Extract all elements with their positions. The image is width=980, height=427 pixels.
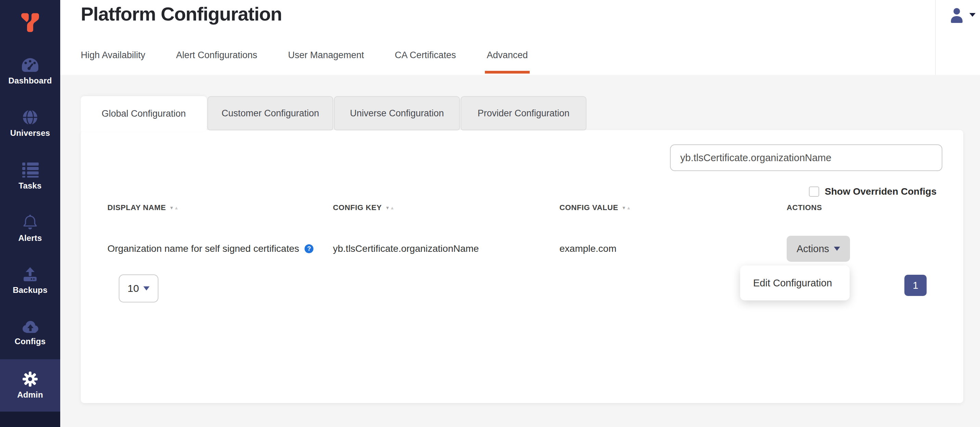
sidebar-bottom-strip [0,412,60,427]
sort-desc-icon: ▼ [169,205,174,210]
sort-icons[interactable]: ▼▲ [169,205,179,210]
sidebar-item-label: Dashboard [8,76,52,86]
sidebar-item-universes[interactable]: Universes [0,97,60,150]
cell-actions: Actions [787,236,937,262]
tab-high-availability[interactable]: High Availability [81,35,145,75]
sort-desc-icon: ▼ [622,205,627,210]
sort-asc-icon: ▲ [627,205,631,210]
show-overridden-label: Show Overriden Configs [825,186,937,197]
sort-asc-icon: ▲ [174,205,179,210]
sidebar-item-label: Alerts [18,233,42,243]
tab-advanced[interactable]: Advanced [487,35,528,75]
backup-upload-icon [22,267,39,282]
cell-display-name: Organization name for self signed certif… [107,243,333,254]
column-header-config-key[interactable]: CONFIG KEY▼▲ [333,203,560,212]
sort-desc-icon: ▼ [385,205,390,210]
sidebar-item-label: Tasks [19,181,41,190]
config-table-header: DISPLAY NAME▼▲ CONFIG KEY▼▲ CONFIG VALUE… [107,203,937,212]
sidebar-item-alerts[interactable]: Alerts [0,202,60,254]
subtab-universe-configuration[interactable]: Universe Configuration [334,96,460,130]
show-overridden-configs: Show Overriden Configs [809,186,937,197]
sidebar-item-configs[interactable]: Configs [0,307,60,359]
sidebar-item-label: Admin [17,390,43,400]
column-header-display-name[interactable]: DISPLAY NAME▼▲ [107,203,333,212]
caret-down-icon [834,247,840,251]
pagination-page-1-button[interactable]: 1 [904,275,927,296]
caret-down-icon [143,286,150,290]
sidebar: Dashboard Universes Tasks A [0,0,60,427]
config-search-input[interactable] [670,144,942,171]
cell-config-value: example.com [560,243,787,254]
header: Platform Configuration High Availability… [60,0,980,75]
show-overridden-checkbox[interactable] [809,186,819,197]
table-row: Organization name for self signed certif… [107,232,937,266]
sort-asc-icon: ▲ [390,205,395,210]
cloud-upload-icon [21,320,39,333]
global-configuration-panel: Show Overriden Configs DISPLAY NAME▼▲ CO… [81,130,963,403]
subtab-customer-configuration[interactable]: Customer Configuration [207,96,333,130]
main-content: Global Configuration Customer Configurat… [60,75,980,427]
tab-user-management[interactable]: User Management [288,35,364,75]
tab-ca-certificates[interactable]: CA Certificates [395,35,456,75]
chevron-down-icon [969,13,975,17]
cell-config-key: yb.tlsCertificate.organizationName [333,243,560,254]
page-size-selector[interactable]: 10 [119,275,158,302]
bell-icon [22,214,38,230]
sidebar-item-label: Universes [10,128,50,138]
sidebar-item-dashboard[interactable]: Dashboard [0,45,60,97]
header-tabs: High Availability Alert Configurations U… [81,35,528,75]
page-title: Platform Configuration [81,3,282,25]
actions-dropdown-button[interactable]: Actions [787,236,850,262]
config-subtabs: Global Configuration Customer Configurat… [81,96,587,132]
column-header-config-value[interactable]: CONFIG VALUE▼▲ [560,203,787,212]
sidebar-item-admin[interactable]: Admin [0,359,60,412]
column-header-actions: ACTIONS [787,203,937,212]
subtab-global-configuration[interactable]: Global Configuration [81,96,207,132]
sidebar-item-backups[interactable]: Backups [0,254,60,307]
yugabyte-logo[interactable] [0,0,60,45]
yugabyte-logo-icon [19,12,41,33]
sort-icons[interactable]: ▼▲ [385,205,395,210]
dashboard-gauge-icon [21,57,39,73]
sort-icons[interactable]: ▼▲ [622,205,631,210]
globe-icon [22,110,38,125]
task-list-icon [21,162,39,178]
sidebar-item-tasks[interactable]: Tasks [0,150,60,202]
actions-dropdown-menu: Edit Configuration [740,265,850,300]
subtab-provider-configuration[interactable]: Provider Configuration [461,96,587,130]
sidebar-item-label: Configs [15,337,46,346]
tab-alert-configurations[interactable]: Alert Configurations [176,35,257,75]
help-icon[interactable]: ? [305,244,313,253]
user-menu[interactable] [935,0,980,75]
gear-icon [22,371,38,387]
sidebar-item-label: Backups [13,285,47,295]
menu-item-edit-configuration[interactable]: Edit Configuration [753,278,832,289]
user-avatar-icon [950,8,964,23]
